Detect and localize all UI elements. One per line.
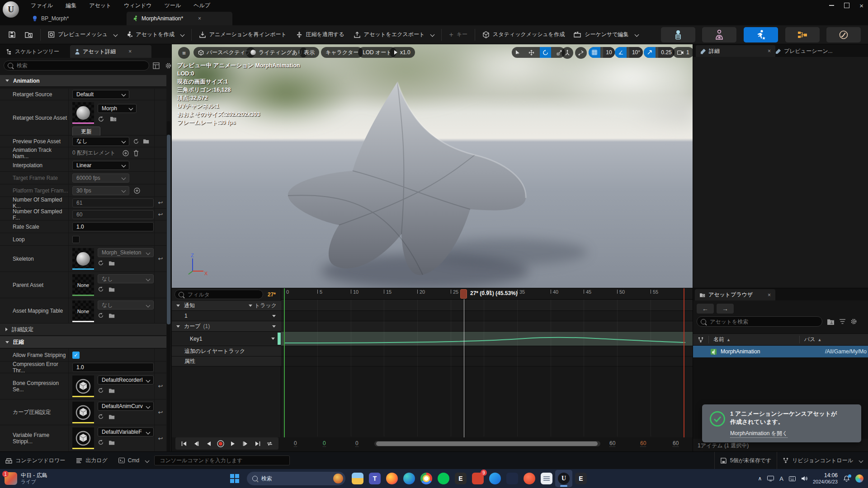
app-messenger[interactable] [486,470,504,487]
tab-details[interactable]: 詳細 × [696,45,775,57]
browse-icon[interactable] [143,138,150,144]
reset-icon[interactable]: ↩ [155,197,166,208]
skeleton-thumbnail[interactable] [72,248,94,270]
menu-tools[interactable]: ツール [159,0,187,11]
tab-bp-morph[interactable]: BP_Morph* [26,12,74,25]
range-working-start[interactable]: 0 [355,440,359,447]
range-view-start[interactable]: 0 [294,440,297,447]
interpolation-dropdown[interactable]: Linear [72,161,129,170]
animation-blueprint-mode-button[interactable] [785,27,820,42]
skeleton-dropdown[interactable]: Morph_Skeleton [98,248,154,257]
add-element-icon[interactable] [123,150,129,156]
parent-asset-dropdown[interactable]: なし [98,274,154,283]
close-window-button[interactable]: × [859,2,863,9]
app-notepad[interactable] [538,470,555,487]
playback-speed-button[interactable]: x1.0 [390,47,415,58]
timeline-filter[interactable] [175,290,263,299]
reimport-animation-button[interactable]: アニメーションを再インポート [194,28,291,42]
scale-snap-value[interactable]: 0.25 [658,47,675,58]
tab-asset-browser[interactable]: アセットブラウザ × [695,289,775,300]
attributes-row[interactable]: 属性 [172,357,281,366]
use-selected-icon[interactable] [133,138,139,145]
move-tool-button[interactable] [526,47,537,58]
character-dropdown[interactable]: キャラクター [321,47,363,58]
physics-mode-button[interactable] [826,27,861,42]
use-selected-icon[interactable] [98,312,104,319]
use-selected-icon[interactable] [98,439,104,446]
console-command-field[interactable] [154,455,290,465]
curve-track-key1[interactable]: Key1 [172,332,281,346]
use-selected-icon[interactable] [98,387,104,394]
app-teams[interactable]: T [366,470,383,487]
timeline-scrollbar[interactable] [374,441,600,446]
notification-toast[interactable]: 1 アニメーションシーケンスアセットが 作成されています。 MorphAnima… [702,404,861,442]
edit-in-sequencer-button[interactable]: シーケンサで編集 [569,28,642,42]
retarget-asset-dropdown[interactable]: Morph [98,104,137,113]
create-static-mesh-button[interactable]: スタティックメッシュを作成 [478,28,569,42]
reset-icon[interactable]: ↩ [155,399,166,425]
clock[interactable]: 14:06 2024/06/23 [813,472,838,485]
additive-layer-tracks-row[interactable]: 追加のレイヤートラック [172,346,281,357]
tab-skeleton-tree[interactable]: スケルトンツリー [2,45,64,58]
reset-icon[interactable]: ↩ [155,246,166,272]
use-selected-icon[interactable] [98,286,104,292]
track-options-icon[interactable] [272,315,276,317]
volume-icon[interactable] [801,476,807,481]
bone-compression-dropdown[interactable]: DefaultRecorderI [98,375,154,385]
reset-icon[interactable]: ↩ [155,373,166,399]
app-unreal-editor[interactable]: U [555,470,572,487]
retarget-source-dropdown[interactable]: Default [72,90,129,99]
app-camera[interactable]: 9 [469,470,486,487]
track-options-icon[interactable] [272,325,276,328]
app-firefox[interactable] [383,470,401,487]
display-filter-icon[interactable] [153,62,160,69]
angle-snap-toggle[interactable] [615,47,627,58]
app-opera[interactable] [521,470,538,487]
record-button[interactable] [216,439,226,448]
close-tab-icon[interactable]: × [128,48,132,55]
asset-search-input[interactable] [709,318,818,325]
history-back-button[interactable]: ← [697,304,714,314]
timeline-scrollbar-thumb[interactable] [376,441,598,446]
playhead-scrubber[interactable] [460,289,467,299]
browse-icon[interactable] [108,414,115,420]
app-chrome[interactable] [418,470,435,487]
save-button[interactable] [4,28,20,42]
use-selected-icon[interactable] [98,413,104,420]
play-button[interactable] [228,439,238,448]
preview-mesh-button[interactable]: プレビューメッシュ [43,28,122,42]
app-line[interactable] [435,470,452,487]
maximize-button[interactable] [844,3,849,8]
column-name[interactable]: 名前▲ [708,336,799,343]
angle-snap-value[interactable]: 10° [629,47,643,58]
reset-icon[interactable]: ↩ [155,425,166,451]
loop-button[interactable] [265,439,275,448]
bone-compression-thumbnail[interactable] [72,375,94,397]
unreal-logo-icon[interactable]: U [3,1,19,18]
menu-help[interactable]: ヘルプ [188,0,216,11]
app-epic-launcher[interactable]: E [572,470,590,487]
camera-speed-button[interactable]: 1 [673,47,693,58]
trash-icon[interactable] [133,150,139,156]
scale-snap-toggle[interactable] [644,47,656,58]
range-playback-start[interactable]: 0 [323,440,326,447]
variable-frame-thumbnail[interactable] [72,427,94,449]
preview-pose-dropdown[interactable]: なし [72,137,129,146]
widgets-button[interactable]: 1 中日 - 広島 ライブ [0,472,226,485]
curve-compression-dropdown[interactable]: DefaultAnimCurv [98,402,154,411]
tab-asset-details[interactable]: アセット詳細 × [70,45,151,58]
app-file-explorer[interactable] [349,470,366,487]
add-key-button[interactable]: + キー [444,28,472,42]
apply-compression-button[interactable]: 圧縮を適用する [291,28,349,42]
mapping-table-thumbnail[interactable]: None [72,300,94,322]
menu-window[interactable]: ウィンドウ [118,0,157,11]
reset-icon[interactable]: ↩ [155,209,166,220]
track-options-icon[interactable] [271,338,275,340]
to-front-button[interactable] [179,439,189,448]
start-button[interactable] [226,470,243,487]
revision-control-button[interactable]: リビジョンコントロール [777,452,868,469]
tray-display-icon[interactable] [767,476,774,481]
section-advanced[interactable]: 詳細設定 [0,324,166,336]
revision-column-icon[interactable] [698,337,704,343]
tray-keyboard-icon[interactable] [789,476,796,481]
